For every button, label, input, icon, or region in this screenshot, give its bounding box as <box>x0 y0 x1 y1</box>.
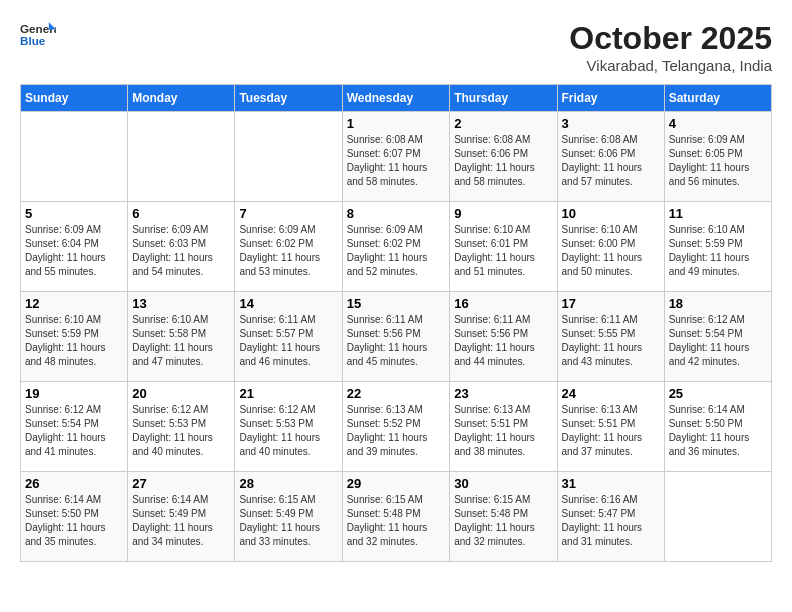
page-header: General Blue October 2025 Vikarabad, Tel… <box>20 20 772 74</box>
table-row: 2Sunrise: 6:08 AM Sunset: 6:06 PM Daylig… <box>450 112 557 202</box>
day-number: 13 <box>132 296 230 311</box>
day-info: Sunrise: 6:10 AM Sunset: 5:59 PM Dayligh… <box>25 313 123 369</box>
day-number: 25 <box>669 386 767 401</box>
table-row: 19Sunrise: 6:12 AM Sunset: 5:54 PM Dayli… <box>21 382 128 472</box>
day-info: Sunrise: 6:15 AM Sunset: 5:48 PM Dayligh… <box>454 493 552 549</box>
day-number: 16 <box>454 296 552 311</box>
day-info: Sunrise: 6:12 AM Sunset: 5:54 PM Dayligh… <box>25 403 123 459</box>
table-row: 16Sunrise: 6:11 AM Sunset: 5:56 PM Dayli… <box>450 292 557 382</box>
table-row: 31Sunrise: 6:16 AM Sunset: 5:47 PM Dayli… <box>557 472 664 562</box>
day-info: Sunrise: 6:10 AM Sunset: 5:59 PM Dayligh… <box>669 223 767 279</box>
table-row <box>128 112 235 202</box>
table-row: 11Sunrise: 6:10 AM Sunset: 5:59 PM Dayli… <box>664 202 771 292</box>
day-info: Sunrise: 6:09 AM Sunset: 6:03 PM Dayligh… <box>132 223 230 279</box>
day-number: 5 <box>25 206 123 221</box>
day-number: 6 <box>132 206 230 221</box>
header-sunday: Sunday <box>21 85 128 112</box>
day-info: Sunrise: 6:09 AM Sunset: 6:02 PM Dayligh… <box>347 223 446 279</box>
day-number: 1 <box>347 116 446 131</box>
day-info: Sunrise: 6:14 AM Sunset: 5:50 PM Dayligh… <box>669 403 767 459</box>
table-row: 1Sunrise: 6:08 AM Sunset: 6:07 PM Daylig… <box>342 112 450 202</box>
day-info: Sunrise: 6:10 AM Sunset: 6:01 PM Dayligh… <box>454 223 552 279</box>
table-row: 6Sunrise: 6:09 AM Sunset: 6:03 PM Daylig… <box>128 202 235 292</box>
location: Vikarabad, Telangana, India <box>569 57 772 74</box>
table-row: 15Sunrise: 6:11 AM Sunset: 5:56 PM Dayli… <box>342 292 450 382</box>
calendar-week-row: 26Sunrise: 6:14 AM Sunset: 5:50 PM Dayli… <box>21 472 772 562</box>
day-info: Sunrise: 6:12 AM Sunset: 5:53 PM Dayligh… <box>132 403 230 459</box>
day-info: Sunrise: 6:14 AM Sunset: 5:49 PM Dayligh… <box>132 493 230 549</box>
day-number: 28 <box>239 476 337 491</box>
day-number: 20 <box>132 386 230 401</box>
day-info: Sunrise: 6:09 AM Sunset: 6:05 PM Dayligh… <box>669 133 767 189</box>
calendar-header-row: Sunday Monday Tuesday Wednesday Thursday… <box>21 85 772 112</box>
day-info: Sunrise: 6:12 AM Sunset: 5:53 PM Dayligh… <box>239 403 337 459</box>
day-info: Sunrise: 6:09 AM Sunset: 6:04 PM Dayligh… <box>25 223 123 279</box>
calendar-week-row: 12Sunrise: 6:10 AM Sunset: 5:59 PM Dayli… <box>21 292 772 382</box>
table-row: 5Sunrise: 6:09 AM Sunset: 6:04 PM Daylig… <box>21 202 128 292</box>
day-number: 8 <box>347 206 446 221</box>
day-info: Sunrise: 6:14 AM Sunset: 5:50 PM Dayligh… <box>25 493 123 549</box>
day-number: 14 <box>239 296 337 311</box>
day-number: 2 <box>454 116 552 131</box>
table-row: 22Sunrise: 6:13 AM Sunset: 5:52 PM Dayli… <box>342 382 450 472</box>
day-number: 4 <box>669 116 767 131</box>
logo: General Blue <box>20 20 56 48</box>
day-number: 17 <box>562 296 660 311</box>
month-title: October 2025 <box>569 20 772 57</box>
table-row: 18Sunrise: 6:12 AM Sunset: 5:54 PM Dayli… <box>664 292 771 382</box>
day-number: 7 <box>239 206 337 221</box>
day-number: 12 <box>25 296 123 311</box>
day-info: Sunrise: 6:16 AM Sunset: 5:47 PM Dayligh… <box>562 493 660 549</box>
day-info: Sunrise: 6:10 AM Sunset: 5:58 PM Dayligh… <box>132 313 230 369</box>
day-number: 19 <box>25 386 123 401</box>
table-row <box>664 472 771 562</box>
day-number: 3 <box>562 116 660 131</box>
day-info: Sunrise: 6:11 AM Sunset: 5:56 PM Dayligh… <box>454 313 552 369</box>
day-info: Sunrise: 6:10 AM Sunset: 6:00 PM Dayligh… <box>562 223 660 279</box>
table-row <box>21 112 128 202</box>
day-number: 18 <box>669 296 767 311</box>
table-row: 30Sunrise: 6:15 AM Sunset: 5:48 PM Dayli… <box>450 472 557 562</box>
table-row: 23Sunrise: 6:13 AM Sunset: 5:51 PM Dayli… <box>450 382 557 472</box>
day-number: 24 <box>562 386 660 401</box>
day-info: Sunrise: 6:13 AM Sunset: 5:51 PM Dayligh… <box>454 403 552 459</box>
day-info: Sunrise: 6:15 AM Sunset: 5:48 PM Dayligh… <box>347 493 446 549</box>
table-row: 9Sunrise: 6:10 AM Sunset: 6:01 PM Daylig… <box>450 202 557 292</box>
table-row: 7Sunrise: 6:09 AM Sunset: 6:02 PM Daylig… <box>235 202 342 292</box>
day-info: Sunrise: 6:15 AM Sunset: 5:49 PM Dayligh… <box>239 493 337 549</box>
calendar-table: Sunday Monday Tuesday Wednesday Thursday… <box>20 84 772 562</box>
day-info: Sunrise: 6:12 AM Sunset: 5:54 PM Dayligh… <box>669 313 767 369</box>
day-number: 27 <box>132 476 230 491</box>
table-row: 20Sunrise: 6:12 AM Sunset: 5:53 PM Dayli… <box>128 382 235 472</box>
logo-icon: General Blue <box>20 20 56 48</box>
table-row: 3Sunrise: 6:08 AM Sunset: 6:06 PM Daylig… <box>557 112 664 202</box>
day-number: 11 <box>669 206 767 221</box>
table-row: 10Sunrise: 6:10 AM Sunset: 6:00 PM Dayli… <box>557 202 664 292</box>
table-row: 14Sunrise: 6:11 AM Sunset: 5:57 PM Dayli… <box>235 292 342 382</box>
table-row: 8Sunrise: 6:09 AM Sunset: 6:02 PM Daylig… <box>342 202 450 292</box>
calendar-week-row: 19Sunrise: 6:12 AM Sunset: 5:54 PM Dayli… <box>21 382 772 472</box>
header-tuesday: Tuesday <box>235 85 342 112</box>
table-row: 28Sunrise: 6:15 AM Sunset: 5:49 PM Dayli… <box>235 472 342 562</box>
table-row: 17Sunrise: 6:11 AM Sunset: 5:55 PM Dayli… <box>557 292 664 382</box>
day-info: Sunrise: 6:11 AM Sunset: 5:57 PM Dayligh… <box>239 313 337 369</box>
table-row: 4Sunrise: 6:09 AM Sunset: 6:05 PM Daylig… <box>664 112 771 202</box>
day-info: Sunrise: 6:09 AM Sunset: 6:02 PM Dayligh… <box>239 223 337 279</box>
svg-text:Blue: Blue <box>20 34 46 47</box>
day-number: 21 <box>239 386 337 401</box>
day-info: Sunrise: 6:13 AM Sunset: 5:52 PM Dayligh… <box>347 403 446 459</box>
day-number: 31 <box>562 476 660 491</box>
day-info: Sunrise: 6:13 AM Sunset: 5:51 PM Dayligh… <box>562 403 660 459</box>
day-info: Sunrise: 6:08 AM Sunset: 6:06 PM Dayligh… <box>454 133 552 189</box>
calendar-week-row: 5Sunrise: 6:09 AM Sunset: 6:04 PM Daylig… <box>21 202 772 292</box>
header-friday: Friday <box>557 85 664 112</box>
day-number: 30 <box>454 476 552 491</box>
day-number: 15 <box>347 296 446 311</box>
calendar-week-row: 1Sunrise: 6:08 AM Sunset: 6:07 PM Daylig… <box>21 112 772 202</box>
header-thursday: Thursday <box>450 85 557 112</box>
table-row: 27Sunrise: 6:14 AM Sunset: 5:49 PM Dayli… <box>128 472 235 562</box>
table-row: 26Sunrise: 6:14 AM Sunset: 5:50 PM Dayli… <box>21 472 128 562</box>
header-saturday: Saturday <box>664 85 771 112</box>
day-info: Sunrise: 6:08 AM Sunset: 6:06 PM Dayligh… <box>562 133 660 189</box>
day-info: Sunrise: 6:11 AM Sunset: 5:56 PM Dayligh… <box>347 313 446 369</box>
